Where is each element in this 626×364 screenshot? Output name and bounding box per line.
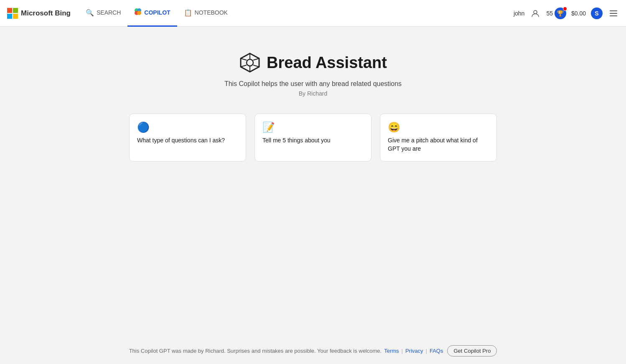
assistant-author: By Richard: [299, 90, 327, 97]
svg-line-16: [253, 58, 259, 60]
terms-link[interactable]: Terms: [384, 348, 399, 354]
tab-notebook-label: NOTEBOOK: [195, 9, 228, 16]
s-badge-button[interactable]: S: [591, 8, 603, 19]
svg-point-8: [534, 10, 537, 14]
header-right: john 55 🏆 $0.00 S: [514, 8, 619, 19]
separator-1: |: [402, 348, 403, 354]
header-left: Microsoft Bing 🔍 SEARCH COPILOT: [7, 0, 234, 27]
svg-rect-1: [13, 8, 18, 13]
footer: This Copilot GPT was made by Richard. Su…: [0, 338, 626, 364]
card-1-text: What type of questions can I ask?: [137, 136, 238, 145]
card-2-text: Tell me 5 things about you: [262, 136, 364, 145]
user-account-button[interactable]: [529, 8, 541, 19]
get-copilot-pro-button[interactable]: Get Copilot Pro: [447, 345, 497, 356]
copilot-nav-icon: [134, 8, 142, 17]
card-3-text: Give me a pitch about what kind of GPT y…: [388, 136, 489, 153]
svg-line-13: [241, 58, 247, 60]
card-2-icon: 📝: [262, 122, 364, 132]
card-3-icon: 😄: [388, 122, 489, 132]
svg-rect-0: [7, 8, 12, 13]
suggestion-card-1[interactable]: 🔵 What type of questions can I ask?: [129, 114, 246, 162]
footer-disclaimer: This Copilot GPT was made by Richard. Su…: [129, 348, 382, 354]
tab-copilot-label: COPILOT: [144, 9, 170, 16]
tab-search-label: SEARCH: [97, 9, 121, 16]
assistant-header: Bread Assistant: [239, 52, 387, 73]
hamburger-line-2: [610, 13, 617, 14]
assistant-icon: [239, 52, 261, 73]
user-icon: [531, 9, 539, 18]
microsoft-icon: [7, 8, 18, 19]
svg-rect-3: [13, 14, 18, 19]
privacy-link[interactable]: Privacy: [405, 348, 423, 354]
tab-copilot[interactable]: COPILOT: [127, 0, 177, 27]
bing-logo-text: Microsoft Bing: [21, 9, 71, 18]
price-display: $0.00: [571, 10, 586, 17]
svg-point-10: [247, 59, 253, 66]
assistant-description: This Copilot helps the user with any bre…: [224, 80, 402, 88]
tab-search[interactable]: 🔍 SEARCH: [79, 0, 127, 26]
cards-row: 🔵 What type of questions can I ask? 📝 Te…: [125, 114, 501, 162]
bing-logo[interactable]: Microsoft Bing: [7, 8, 71, 19]
points-count: 55: [546, 10, 553, 17]
suggestion-card-3[interactable]: 😄 Give me a pitch about what kind of GPT…: [380, 114, 497, 162]
svg-line-15: [241, 65, 247, 67]
hamburger-line-1: [610, 10, 617, 11]
assistant-title: Bread Assistant: [267, 54, 387, 72]
svg-point-7: [137, 11, 141, 15]
faqs-link[interactable]: FAQs: [430, 348, 443, 354]
points-badge[interactable]: 55 🏆: [546, 8, 566, 19]
hamburger-line-3: [610, 15, 617, 16]
main-content: Bread Assistant This Copilot helps the u…: [0, 27, 626, 338]
svg-line-14: [253, 65, 259, 67]
suggestion-card-2[interactable]: 📝 Tell me 5 things about you: [254, 114, 372, 162]
tab-notebook[interactable]: 📋 NOTEBOOK: [177, 0, 234, 26]
nav-tabs: 🔍 SEARCH COPILOT 📋 NOTEBOOK: [79, 0, 234, 27]
search-nav-icon: 🔍: [86, 9, 94, 17]
card-1-icon: 🔵: [137, 122, 238, 132]
separator-2: |: [426, 348, 427, 354]
trophy-icon: 🏆: [555, 8, 566, 19]
user-name[interactable]: john: [514, 10, 524, 17]
notebook-nav-icon: 📋: [184, 9, 192, 17]
hamburger-menu-button[interactable]: [608, 8, 619, 19]
header: Microsoft Bing 🔍 SEARCH COPILOT: [0, 0, 626, 27]
svg-rect-2: [7, 14, 12, 19]
